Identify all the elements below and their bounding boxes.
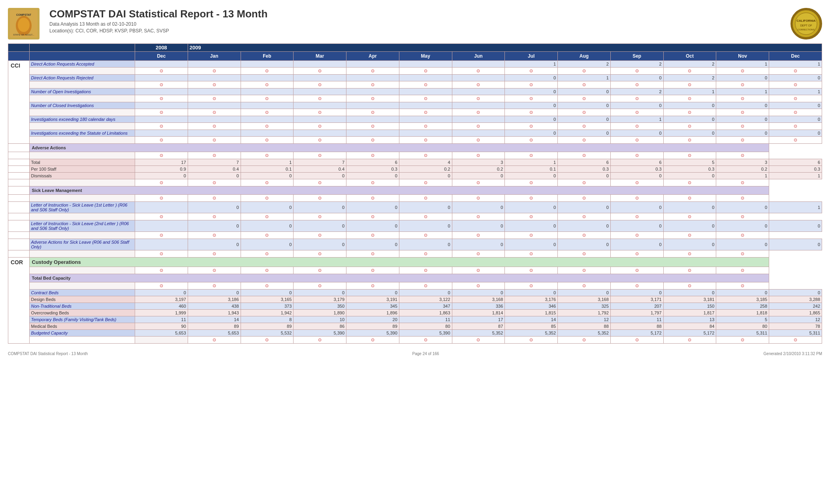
data-cell: 150 xyxy=(663,303,716,310)
data-cell: 3,181 xyxy=(663,296,716,303)
medical-beds-row: Medical Beds 90 89 89 86 89 80 87 85 88 … xyxy=(8,323,822,330)
data-cell: 14 xyxy=(505,316,558,323)
data-cell xyxy=(399,116,452,123)
data-cell: 0 xyxy=(399,239,452,250)
non-traditional-beds-row: Non-Traditional Beds 460 438 373 350 345… xyxy=(8,303,822,310)
data-cell: 0 xyxy=(294,173,346,179)
data-cell: 1,814 xyxy=(452,310,505,316)
data-cell: 0 xyxy=(346,290,399,296)
dismissals-label: Dismissals xyxy=(29,173,135,179)
data-cell: 14 xyxy=(188,316,241,323)
circle-row: ⊙ ⊙ ⊙ ⊙ ⊙ ⊙ ⊙ ⊙ ⊙ ⊙ ⊙ ⊙ xyxy=(8,232,822,239)
data-cell: 1 xyxy=(558,75,611,81)
data-cell: 0 xyxy=(769,130,822,137)
data-cell: 0 xyxy=(294,202,346,213)
data-cell: 350 xyxy=(294,303,346,310)
data-cell: 0 xyxy=(188,290,241,296)
data-cell: 0 xyxy=(716,75,769,81)
data-cell: 89 xyxy=(346,323,399,330)
empty-month-1 xyxy=(8,52,30,61)
total-row: Total 17 7 1 7 6 4 3 1 6 6 5 3 6 xyxy=(8,159,822,166)
data-cell xyxy=(294,88,346,95)
data-cell: 2 xyxy=(558,61,611,68)
data-cell: 0 xyxy=(663,173,716,179)
circle-row-cor: ⊙ ⊙ ⊙ ⊙ ⊙ ⊙ ⊙ ⊙ ⊙ ⊙ ⊙ ⊙ xyxy=(8,267,822,274)
medical-beds-label: Medical Beds xyxy=(29,323,135,330)
data-cell: 5,311 xyxy=(716,330,769,337)
data-cell xyxy=(241,61,294,68)
per100-label: Per 100 Staff xyxy=(29,166,135,173)
data-cell: 0 xyxy=(505,202,558,213)
svg-text:CORRECTIONS: CORRECTIONS xyxy=(798,28,815,30)
data-cell: 1,942 xyxy=(241,310,294,316)
data-cell: 3,168 xyxy=(452,296,505,303)
data-cell: 0 xyxy=(241,290,294,296)
table-row: CCI Direct Action Requests Accepted 1 2 … xyxy=(8,61,822,68)
month-header-row: Dec Jan Feb Mar Apr May Jun Jul Aug Sep … xyxy=(8,52,822,61)
data-cell: 0.3 xyxy=(558,166,611,173)
table-row: Letter of Instruction - Sick Leave (2nd … xyxy=(8,220,822,232)
design-beds-row: Design Beds 3,197 3,186 3,165 3,179 3,19… xyxy=(8,296,822,303)
data-cell: 1,999 xyxy=(135,310,188,316)
data-cell: 0 xyxy=(663,130,716,137)
data-cell: 0 xyxy=(558,220,611,232)
budgeted-capacity-row: Budgeted Capacity 5,653 5,653 5,532 5,39… xyxy=(8,330,822,337)
custody-ops-label: Custody Operations xyxy=(29,258,769,267)
data-cell: 0.2 xyxy=(452,166,505,173)
data-cell: 6 xyxy=(610,159,663,166)
closed-investigations-label: Number of Closed Investigations xyxy=(29,102,135,109)
data-cell: 0 xyxy=(241,202,294,213)
month-mar: Mar xyxy=(294,52,346,61)
data-cell: 0 xyxy=(346,173,399,179)
month-apr: Apr xyxy=(346,52,399,61)
data-cell: 5,390 xyxy=(346,330,399,337)
data-cell: 460 xyxy=(135,303,188,310)
data-cell: 88 xyxy=(558,323,611,330)
data-cell: 0 xyxy=(294,290,346,296)
data-cell: 0 xyxy=(399,202,452,213)
data-cell xyxy=(399,61,452,68)
month-aug: Aug xyxy=(558,52,611,61)
data-cell: 1,797 xyxy=(610,310,663,316)
circle-row-adverse: ⊙ ⊙ ⊙ ⊙ ⊙ ⊙ ⊙ ⊙ ⊙ ⊙ ⊙ ⊙ xyxy=(8,152,822,159)
data-cell: 0 xyxy=(505,239,558,250)
budgeted-capacity-label: Budgeted Capacity xyxy=(29,330,135,337)
data-cell xyxy=(188,75,241,81)
data-cell: 0 xyxy=(346,239,399,250)
loi-1st-label: Letter of Instruction - Sick Leave (1st … xyxy=(29,202,135,213)
empty-header-2 xyxy=(29,44,135,52)
data-cell: 8 xyxy=(241,316,294,323)
cci-section-label: CCI xyxy=(8,61,30,144)
loi-2nd-label: Letter of Instruction - Sick Leave (2nd … xyxy=(29,220,135,232)
temporary-beds-row: Temporary Beds (Family Visiting/Tank Bed… xyxy=(8,316,822,323)
data-cell: 5,172 xyxy=(610,330,663,337)
data-cell: 0.3 xyxy=(663,166,716,173)
data-cell: 0 xyxy=(399,173,452,179)
data-cell: 1 xyxy=(769,173,822,179)
circle-row: ⊙ ⊙ ⊙ ⊙ ⊙ ⊙ ⊙ ⊙ ⊙ ⊙ ⊙ ⊙ ⊙ xyxy=(8,123,822,130)
data-cell: 4 xyxy=(399,159,452,166)
data-cell: 2 xyxy=(610,61,663,68)
data-cell: 5,352 xyxy=(452,330,505,337)
data-cell: 11 xyxy=(399,316,452,323)
data-cell: 0 xyxy=(505,173,558,179)
month-jan: Jan xyxy=(188,52,241,61)
data-cell xyxy=(188,116,241,123)
data-cell: 7 xyxy=(188,159,241,166)
total-label: Total xyxy=(29,159,135,166)
data-cell: 0 xyxy=(769,290,822,296)
data-cell: 0 xyxy=(663,290,716,296)
data-cell xyxy=(346,102,399,109)
data-cell: 0 xyxy=(663,202,716,213)
data-cell: 0 xyxy=(610,173,663,179)
data-cell: 6 xyxy=(346,159,399,166)
logo-image: COMPSTAT STATE OF ADULT... xyxy=(8,8,40,39)
data-cell: 0 xyxy=(558,202,611,213)
circle-row: ⊙ ⊙ ⊙ ⊙ ⊙ ⊙ ⊙ ⊙ ⊙ ⊙ ⊙ ⊙ xyxy=(8,250,822,258)
data-cell xyxy=(399,102,452,109)
data-cell: 5,352 xyxy=(558,330,611,337)
data-cell: 1 xyxy=(241,159,294,166)
total-bed-capacity-row: Total Bed Capacity xyxy=(8,274,822,282)
data-cell: 0 xyxy=(452,220,505,232)
sick-leave-mgmt-header-row: Sick Leave Management xyxy=(8,186,822,195)
